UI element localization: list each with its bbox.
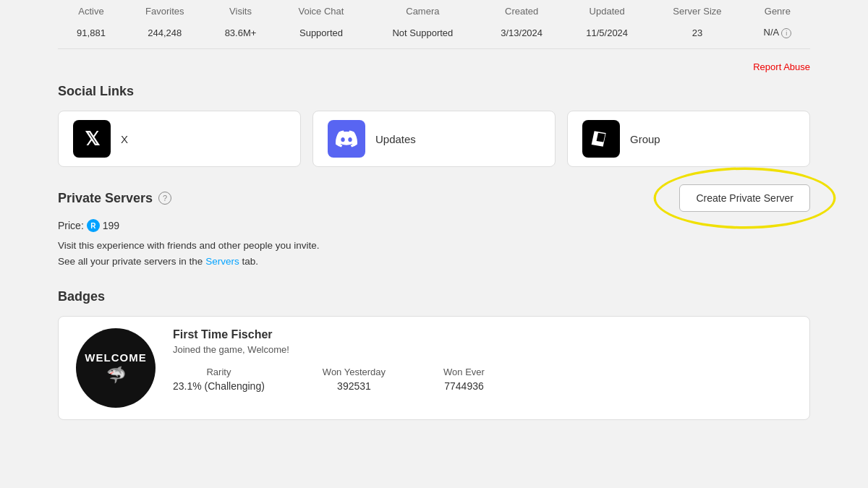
- social-links-section: Social Links 𝕏 X Updates Group: [58, 84, 810, 167]
- price-row: Price: R 199: [58, 219, 810, 232]
- stats-header-genre: Genre: [745, 0, 810, 22]
- social-label-roblox-group: Group: [630, 133, 660, 145]
- servers-tab-link[interactable]: Servers: [205, 256, 239, 267]
- create-server-btn-wrap: Create Private Server: [679, 184, 810, 212]
- private-servers-desc: Visit this experience with friends and o…: [58, 238, 810, 269]
- desc-line2-end: tab.: [242, 256, 258, 267]
- genre-info-icon[interactable]: i: [781, 28, 791, 38]
- social-card-roblox-group[interactable]: Group: [567, 111, 810, 167]
- stats-header-active: Active: [58, 0, 124, 22]
- badge-card: WELCOME 🦈 First Time Fischer Joined the …: [58, 316, 810, 420]
- report-abuse-link[interactable]: Report Abuse: [753, 61, 810, 72]
- stats-value-camera: Not Supported: [367, 22, 480, 43]
- stats-value-voice-chat: Supported: [276, 22, 366, 43]
- social-icon-x: 𝕏: [73, 120, 111, 158]
- stats-value-active: 91,881: [58, 22, 124, 43]
- price-label: Price:: [58, 220, 84, 231]
- stats-value-created: 3/13/2024: [479, 22, 564, 43]
- badge-won-yesterday-col: Won Yesterday 392531: [323, 367, 386, 392]
- badge-won-ever-col: Won Ever 7744936: [443, 367, 485, 392]
- badges-section: Badges WELCOME 🦈 First Time Fischer Join…: [58, 289, 810, 420]
- won-yesterday-value: 392531: [337, 380, 371, 392]
- social-links-grid: 𝕏 X Updates Group: [58, 111, 810, 167]
- rarity-value: 23.1% (Challenging): [173, 380, 265, 392]
- social-links-title: Social Links: [58, 84, 810, 99]
- stats-value-genre: N/A i: [745, 22, 810, 43]
- robux-icon: R: [87, 219, 100, 232]
- badge-stats: Rarity 23.1% (Challenging) Won Yesterday…: [173, 367, 792, 392]
- won-yesterday-label: Won Yesterday: [323, 367, 386, 377]
- badge-rarity-col: Rarity 23.1% (Challenging): [173, 367, 265, 392]
- desc-line2-start: See all your private servers in the: [58, 256, 203, 267]
- social-card-x[interactable]: 𝕏 X: [58, 111, 301, 167]
- rarity-label: Rarity: [206, 367, 231, 377]
- stats-value-visits: 83.6M+: [205, 22, 276, 43]
- social-icon-discord: [328, 120, 365, 158]
- social-card-discord[interactable]: Updates: [312, 111, 556, 167]
- divider: [58, 48, 810, 49]
- badge-image-inner: WELCOME 🦈: [76, 328, 156, 408]
- stats-header-updated: Updated: [564, 0, 650, 22]
- badge-shark-icon: 🦈: [106, 366, 126, 385]
- won-ever-value: 7744936: [444, 380, 484, 392]
- stats-header-created: Created: [479, 0, 564, 22]
- stats-header-favorites: Favorites: [124, 0, 205, 22]
- stats-header-visits: Visits: [205, 0, 276, 22]
- stats-value-favorites: 244,248: [124, 22, 205, 43]
- social-icon-roblox-group: [582, 120, 620, 158]
- badge-info: First Time Fischer Joined the game, Welc…: [173, 328, 792, 392]
- private-servers-header: Private Servers ? Create Private Server: [58, 184, 810, 212]
- private-servers-section: Private Servers ? Create Private Server …: [58, 184, 810, 269]
- badge-image: WELCOME 🦈: [76, 328, 156, 408]
- badge-description: Joined the game, Welcome!: [173, 344, 792, 355]
- social-label-discord: Updates: [375, 133, 416, 145]
- social-label-x: X: [121, 133, 128, 145]
- badges-title: Badges: [58, 289, 810, 304]
- stats-header-camera: Camera: [367, 0, 480, 22]
- price-amount: 199: [103, 220, 119, 231]
- page-container: ActiveFavoritesVisitsVoice ChatCameraCre…: [0, 0, 868, 420]
- help-icon[interactable]: ?: [158, 192, 171, 205]
- stats-header-server-size: Server Size: [650, 0, 745, 22]
- stats-table: ActiveFavoritesVisitsVoice ChatCameraCre…: [58, 0, 810, 43]
- badge-name: First Time Fischer: [173, 328, 792, 341]
- report-row: Report Abuse: [58, 55, 810, 84]
- create-private-server-button[interactable]: Create Private Server: [679, 184, 810, 212]
- private-servers-title: Private Servers: [58, 191, 153, 206]
- private-servers-title-row: Private Servers ?: [58, 191, 171, 206]
- desc-line1: Visit this experience with friends and o…: [58, 240, 319, 251]
- stats-header-voice-chat: Voice Chat: [276, 0, 366, 22]
- badge-welcome-text: WELCOME: [85, 351, 146, 364]
- stats-value-server-size: 23: [650, 22, 745, 43]
- won-ever-label: Won Ever: [443, 367, 485, 377]
- stats-value-updated: 11/5/2024: [564, 22, 650, 43]
